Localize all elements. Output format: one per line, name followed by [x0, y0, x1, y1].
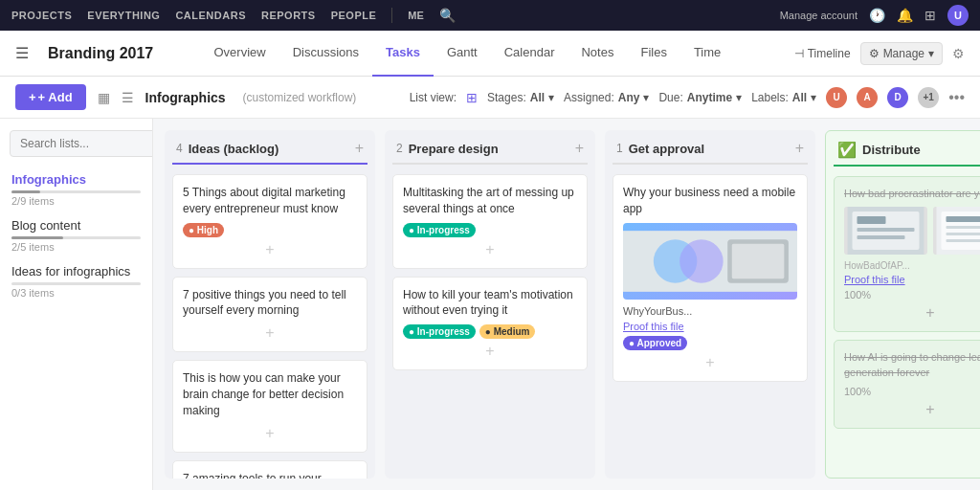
main-layout: Infographics 2/9 items Blog content 2/5 … [0, 119, 980, 490]
due-filter[interactable]: Due: Anytime ▾ [658, 91, 742, 104]
column-title: Prepare design [409, 142, 499, 156]
card-title: 7 amazing tools to run your business suc… [183, 471, 357, 479]
view-toggle-icon[interactable]: ▦ [98, 90, 110, 105]
user-avatar[interactable]: U [947, 5, 969, 26]
column-body-approval: Why your business need a mobile app WhyY… [605, 170, 815, 479]
chevron-down-icon: ▾ [811, 91, 816, 104]
labels-filter[interactable]: Labels: All ▾ [751, 91, 816, 104]
more-options-icon[interactable]: ••• [948, 89, 965, 106]
column-body-distribute: How bad procrastinator are you [826, 172, 980, 478]
nav-projects[interactable]: Projects [11, 10, 72, 21]
tab-calendar[interactable]: Calendar [491, 31, 568, 77]
svg-rect-15 [947, 239, 981, 242]
assigned-filter[interactable]: Assigned: Any ▾ [564, 91, 649, 104]
column-body-prepare: Multitasking the art of messing up sever… [385, 170, 595, 479]
file-link[interactable]: Proof this file [623, 321, 797, 332]
card-percent: 100% [844, 289, 980, 301]
tag-high: ● High [183, 223, 224, 237]
nav-me[interactable]: ME [408, 10, 424, 21]
avatar-extra[interactable]: +1 [918, 87, 939, 108]
bell-icon[interactable]: 🔔 [897, 8, 913, 23]
tag-approved: ● Approved [623, 336, 687, 350]
column-add-icon[interactable]: + [355, 140, 364, 157]
approval-image-svg [623, 228, 797, 295]
card-4[interactable]: 7 amazing tools to run your business suc… [172, 460, 368, 479]
avatar-u[interactable]: U [826, 87, 847, 108]
tab-time[interactable]: Time [680, 31, 734, 77]
file-link[interactable]: Proof this file [844, 274, 980, 285]
sidebar-item-infographics[interactable]: Infographics 2/9 items [0, 167, 152, 212]
sidebar-count: 2/9 items [11, 195, 141, 207]
chevron-down-icon: ▾ [643, 91, 649, 104]
nav-reports[interactable]: Reports [261, 10, 316, 21]
header-right: ⊣ Timeline ⚙ Manage ▾ ⚙ [794, 42, 965, 65]
card-add-icon[interactable]: + [403, 343, 577, 360]
tab-gantt[interactable]: Gantt [434, 31, 491, 77]
plus-icon: + [29, 90, 36, 104]
avatar-d[interactable]: D [887, 87, 908, 108]
clock-icon[interactable]: 🕐 [869, 8, 885, 23]
nav-everything[interactable]: Everything [87, 10, 160, 21]
column-ideas: 4 Ideas (backlog) + 5 Things about digit… [165, 130, 375, 479]
card-9[interactable]: How AI is going to change lead generatio… [834, 340, 980, 429]
card-title: This is how you can make your brain chan… [183, 370, 357, 418]
sidebar-count: 0/3 items [11, 287, 141, 299]
chevron-down-icon: ▾ [548, 91, 554, 104]
card-8[interactable]: How bad procrastinator are you [834, 176, 980, 332]
list-view-label: List view: [410, 91, 457, 104]
card-add-icon[interactable]: + [403, 241, 577, 258]
manage-account[interactable]: Manage account [780, 10, 858, 21]
nav-people[interactable]: People [331, 10, 377, 21]
card-3[interactable]: This is how you can make your brain chan… [172, 360, 368, 452]
manage-button[interactable]: ⚙ Manage ▾ [860, 42, 943, 65]
stages-filter[interactable]: Stages: All ▾ [487, 91, 554, 104]
avatar-a[interactable]: A [857, 87, 878, 108]
card-tags: ● In-progress [403, 223, 577, 237]
gear-icon: ⚙ [869, 47, 880, 60]
grid-icon[interactable]: ⊞ [924, 8, 936, 23]
list-view-icon[interactable]: ☰ [122, 90, 134, 105]
card-add-icon[interactable]: + [183, 425, 357, 442]
chevron-down-icon: ▾ [928, 47, 934, 60]
svg-rect-7 [858, 216, 886, 224]
card-tags: ● High [183, 223, 357, 237]
column-body-ideas: 5 Things about digital marketing every e… [165, 170, 375, 479]
card-6[interactable]: How to kill your team's motivation witho… [392, 277, 588, 371]
add-button[interactable]: + + Add [15, 84, 86, 110]
card-1[interactable]: 5 Things about digital marketing every e… [172, 174, 368, 269]
column-count: 2 [396, 142, 403, 155]
sidebar-item-ideas[interactable]: Ideas for infographics 0/3 items [0, 258, 152, 304]
card-add-icon[interactable]: + [183, 324, 357, 342]
column-title: Ideas (backlog) [189, 142, 279, 156]
svg-rect-12 [947, 216, 981, 222]
card-title: How to kill your team's motivation witho… [403, 287, 577, 320]
card-add-icon[interactable]: + [623, 354, 797, 371]
sidebar-progress-bar [11, 282, 141, 285]
card-add-icon[interactable]: + [844, 401, 980, 418]
settings-icon[interactable]: ⚙ [952, 46, 965, 61]
card-2[interactable]: 7 positive things you need to tell yours… [172, 277, 368, 353]
grid-view-btn[interactable]: ⊞ [466, 90, 478, 105]
tab-overview[interactable]: Overview [200, 31, 278, 77]
search-icon[interactable]: 🔍 [439, 8, 456, 23]
tab-discussions[interactable]: Discussions [279, 31, 372, 77]
tab-tasks[interactable]: Tasks [372, 31, 434, 77]
nav-calendars[interactable]: Calendars [175, 10, 246, 21]
card-7[interactable]: Why your business need a mobile app WhyY… [612, 174, 808, 382]
column-add-icon[interactable]: + [795, 140, 804, 157]
timeline-button[interactable]: ⊣ Timeline [794, 47, 851, 60]
card-add-icon[interactable]: + [183, 241, 357, 258]
tab-files[interactable]: Files [627, 31, 679, 77]
card-add-icon[interactable]: + [844, 304, 980, 322]
tag-medium: ● Medium [479, 324, 536, 339]
hamburger-icon[interactable]: ☰ [15, 44, 29, 62]
card-5[interactable]: Multitasking the art of messing up sever… [392, 174, 588, 269]
column-add-icon[interactable]: + [575, 140, 584, 157]
tab-notes[interactable]: Notes [568, 31, 627, 77]
toolbar: + + Add ▦ ☰ Infographics (customized wor… [0, 77, 980, 119]
card-image [623, 223, 797, 300]
svg-point-2 [679, 239, 724, 283]
sidebar-progress-bar [11, 190, 141, 193]
search-lists-input[interactable] [10, 130, 153, 157]
sidebar-item-blog[interactable]: Blog content 2/5 items [0, 212, 152, 258]
